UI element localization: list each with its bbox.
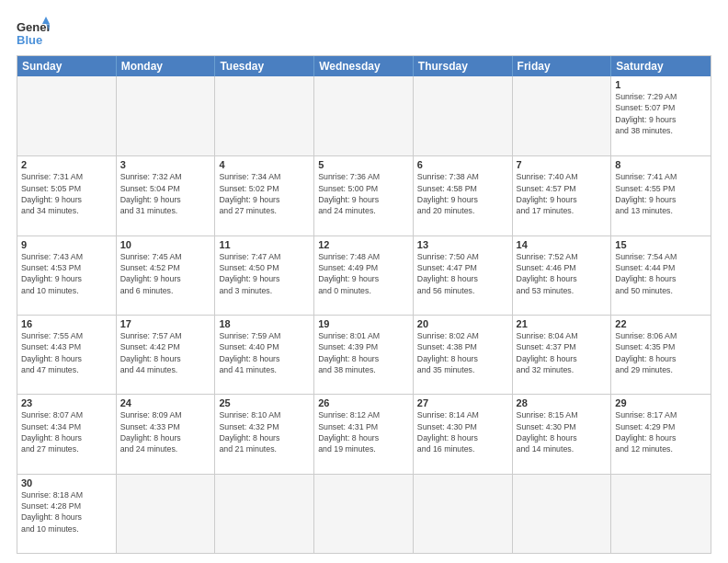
- sun-info: Sunrise: 7:31 AM Sunset: 5:05 PM Dayligh…: [21, 171, 112, 216]
- calendar-cell: 27Sunrise: 8:14 AM Sunset: 4:30 PM Dayli…: [414, 395, 513, 473]
- day-number: 10: [120, 239, 211, 250]
- day-number: 8: [615, 159, 707, 170]
- calendar-cell: 29Sunrise: 8:17 AM Sunset: 4:29 PM Dayli…: [611, 395, 711, 473]
- sun-info: Sunrise: 7:57 AM Sunset: 4:42 PM Dayligh…: [120, 330, 211, 375]
- header-day-friday: Friday: [513, 56, 612, 76]
- calendar-cell: 5Sunrise: 7:36 AM Sunset: 5:00 PM Daylig…: [314, 156, 414, 235]
- sun-info: Sunrise: 8:07 AM Sunset: 4:34 PM Dayligh…: [21, 409, 112, 454]
- day-number: 21: [517, 318, 608, 329]
- sun-info: Sunrise: 7:29 AM Sunset: 5:07 PM Dayligh…: [615, 91, 707, 136]
- day-number: 30: [21, 477, 112, 488]
- day-number: 15: [615, 239, 707, 250]
- calendar-week-0: 1Sunrise: 7:29 AM Sunset: 5:07 PM Daylig…: [17, 76, 711, 155]
- svg-text:Blue: Blue: [17, 33, 42, 47]
- sun-info: Sunrise: 8:17 AM Sunset: 4:29 PM Dayligh…: [615, 409, 707, 454]
- calendar-week-4: 23Sunrise: 8:07 AM Sunset: 4:34 PM Dayli…: [17, 394, 711, 473]
- calendar-cell: 18Sunrise: 7:59 AM Sunset: 4:40 PM Dayli…: [215, 316, 314, 394]
- calendar-cell: [314, 475, 414, 553]
- calendar-cell: [215, 76, 314, 155]
- sun-info: Sunrise: 7:48 AM Sunset: 4:49 PM Dayligh…: [318, 251, 409, 296]
- calendar-cell: 8Sunrise: 7:41 AM Sunset: 4:55 PM Daylig…: [611, 156, 711, 235]
- day-number: 2: [21, 159, 112, 170]
- header-day-saturday: Saturday: [611, 56, 711, 76]
- sun-info: Sunrise: 7:36 AM Sunset: 5:00 PM Dayligh…: [318, 171, 409, 216]
- sun-info: Sunrise: 7:40 AM Sunset: 4:57 PM Dayligh…: [517, 171, 608, 216]
- day-number: 5: [318, 159, 409, 170]
- calendar-week-5: 30Sunrise: 8:18 AM Sunset: 4:28 PM Dayli…: [17, 474, 711, 553]
- calendar-cell: 17Sunrise: 7:57 AM Sunset: 4:42 PM Dayli…: [117, 316, 216, 394]
- day-number: 3: [120, 159, 211, 170]
- day-number: 28: [517, 397, 608, 408]
- day-number: 11: [219, 239, 310, 250]
- calendar-cell: 16Sunrise: 7:55 AM Sunset: 4:43 PM Dayli…: [17, 316, 117, 394]
- sun-info: Sunrise: 7:54 AM Sunset: 4:44 PM Dayligh…: [615, 251, 707, 296]
- day-number: 26: [318, 397, 409, 408]
- day-number: 29: [615, 397, 707, 408]
- day-number: 16: [21, 318, 112, 329]
- sun-info: Sunrise: 7:34 AM Sunset: 5:02 PM Dayligh…: [219, 171, 310, 216]
- day-number: 27: [417, 397, 508, 408]
- sun-info: Sunrise: 7:41 AM Sunset: 4:55 PM Dayligh…: [615, 171, 707, 216]
- day-number: 22: [615, 318, 707, 329]
- calendar-cell: 19Sunrise: 8:01 AM Sunset: 4:39 PM Dayli…: [314, 316, 414, 394]
- logo-icon: General Blue: [17, 17, 50, 50]
- header-day-sunday: Sunday: [17, 56, 117, 76]
- calendar-cell: [513, 475, 612, 553]
- day-number: 14: [517, 239, 608, 250]
- calendar-cell: 3Sunrise: 7:32 AM Sunset: 5:04 PM Daylig…: [117, 156, 216, 235]
- calendar-cell: 23Sunrise: 8:07 AM Sunset: 4:34 PM Dayli…: [17, 395, 117, 473]
- calendar-cell: 22Sunrise: 8:06 AM Sunset: 4:35 PM Dayli…: [611, 316, 711, 394]
- day-number: 18: [219, 318, 310, 329]
- day-number: 12: [318, 239, 409, 250]
- calendar-cell: 13Sunrise: 7:50 AM Sunset: 4:47 PM Dayli…: [414, 236, 513, 315]
- sun-info: Sunrise: 8:18 AM Sunset: 4:28 PM Dayligh…: [21, 489, 112, 534]
- sun-info: Sunrise: 8:04 AM Sunset: 4:37 PM Dayligh…: [517, 330, 608, 375]
- header-day-tuesday: Tuesday: [215, 56, 314, 76]
- calendar-cell: 10Sunrise: 7:45 AM Sunset: 4:52 PM Dayli…: [117, 236, 216, 315]
- calendar-cell: [414, 475, 513, 553]
- sun-info: Sunrise: 7:47 AM Sunset: 4:50 PM Dayligh…: [219, 251, 310, 296]
- calendar-cell: 9Sunrise: 7:43 AM Sunset: 4:53 PM Daylig…: [17, 236, 117, 315]
- header-day-monday: Monday: [117, 56, 216, 76]
- header-day-thursday: Thursday: [414, 56, 513, 76]
- calendar-cell: 7Sunrise: 7:40 AM Sunset: 4:57 PM Daylig…: [513, 156, 612, 235]
- day-number: 7: [517, 159, 608, 170]
- calendar-cell: 15Sunrise: 7:54 AM Sunset: 4:44 PM Dayli…: [611, 236, 711, 315]
- sun-info: Sunrise: 7:43 AM Sunset: 4:53 PM Dayligh…: [21, 251, 112, 296]
- calendar-cell: 12Sunrise: 7:48 AM Sunset: 4:49 PM Dayli…: [314, 236, 414, 315]
- page: General Blue SundayMondayTuesdayWednesda…: [0, 0, 728, 563]
- calendar-cell: [215, 475, 314, 553]
- day-number: 23: [21, 397, 112, 408]
- header-day-wednesday: Wednesday: [314, 56, 414, 76]
- calendar-cell: 11Sunrise: 7:47 AM Sunset: 4:50 PM Dayli…: [215, 236, 314, 315]
- day-number: 19: [318, 318, 409, 329]
- day-number: 13: [417, 239, 508, 250]
- calendar-cell: 2Sunrise: 7:31 AM Sunset: 5:05 PM Daylig…: [17, 156, 117, 235]
- sun-info: Sunrise: 8:06 AM Sunset: 4:35 PM Dayligh…: [615, 330, 707, 375]
- sun-info: Sunrise: 7:59 AM Sunset: 4:40 PM Dayligh…: [219, 330, 310, 375]
- calendar-cell: [117, 76, 216, 155]
- header: General Blue: [17, 17, 711, 50]
- calendar-cell: 24Sunrise: 8:09 AM Sunset: 4:33 PM Dayli…: [117, 395, 216, 473]
- sun-info: Sunrise: 7:55 AM Sunset: 4:43 PM Dayligh…: [21, 330, 112, 375]
- sun-info: Sunrise: 8:15 AM Sunset: 4:30 PM Dayligh…: [517, 409, 608, 454]
- calendar-cell: [117, 475, 216, 553]
- calendar-cell: [414, 76, 513, 155]
- day-number: 6: [417, 159, 508, 170]
- sun-info: Sunrise: 7:45 AM Sunset: 4:52 PM Dayligh…: [120, 251, 211, 296]
- sun-info: Sunrise: 7:52 AM Sunset: 4:46 PM Dayligh…: [517, 251, 608, 296]
- sun-info: Sunrise: 7:38 AM Sunset: 4:58 PM Dayligh…: [417, 171, 508, 216]
- calendar-cell: [611, 475, 711, 553]
- day-number: 1: [615, 79, 707, 90]
- calendar-cell: 6Sunrise: 7:38 AM Sunset: 4:58 PM Daylig…: [414, 156, 513, 235]
- calendar-week-3: 16Sunrise: 7:55 AM Sunset: 4:43 PM Dayli…: [17, 315, 711, 394]
- day-number: 24: [120, 397, 211, 408]
- calendar-header: SundayMondayTuesdayWednesdayThursdayFrid…: [17, 56, 711, 76]
- calendar-cell: 20Sunrise: 8:02 AM Sunset: 4:38 PM Dayli…: [414, 316, 513, 394]
- sun-info: Sunrise: 8:14 AM Sunset: 4:30 PM Dayligh…: [417, 409, 508, 454]
- sun-info: Sunrise: 7:32 AM Sunset: 5:04 PM Dayligh…: [120, 171, 211, 216]
- calendar-week-1: 2Sunrise: 7:31 AM Sunset: 5:05 PM Daylig…: [17, 155, 711, 235]
- sun-info: Sunrise: 8:09 AM Sunset: 4:33 PM Dayligh…: [120, 409, 211, 454]
- day-number: 17: [120, 318, 211, 329]
- day-number: 25: [219, 397, 310, 408]
